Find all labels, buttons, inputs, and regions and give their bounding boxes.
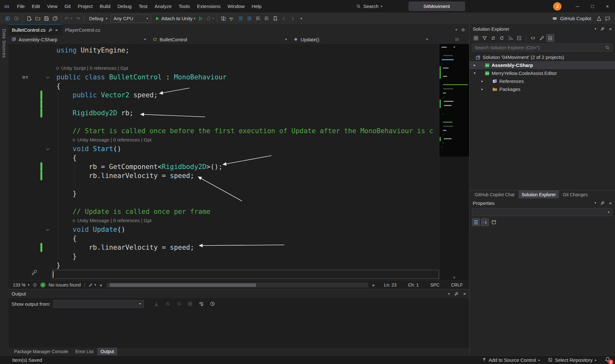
minimize-button[interactable]: ─	[570, 0, 585, 12]
menu-file[interactable]: File	[13, 0, 28, 12]
line-ending-indicator[interactable]: CRLF	[451, 282, 463, 287]
search-box[interactable]: Search ▾	[353, 2, 386, 10]
menu-project[interactable]: Project	[74, 0, 96, 12]
select-repository-button[interactable]: Select Repository ▴	[548, 357, 596, 363]
code-line[interactable]	[8, 180, 439, 189]
menu-tools[interactable]: Tools	[175, 0, 194, 12]
property-pages-button[interactable]	[490, 218, 498, 226]
next-bookmark-button[interactable]	[288, 14, 297, 23]
close-panel-icon[interactable]: ×	[463, 291, 466, 296]
data-sources-tab[interactable]: Data Sources	[2, 29, 7, 58]
menu-debug[interactable]: Debug	[114, 0, 135, 12]
window-position-caret-icon[interactable]: ▾	[448, 292, 450, 295]
alphabetical-view-button[interactable]: A	[481, 218, 489, 226]
fold-chevron-icon[interactable]	[46, 75, 49, 78]
code-line[interactable]	[8, 100, 439, 109]
code-editor[interactable]: using UnityEngine;Unity Script | 0 refer…	[8, 44, 469, 280]
close-panel-icon[interactable]: ×	[609, 26, 612, 32]
add-to-source-control-button[interactable]: Add to Source Control ▴	[482, 357, 540, 363]
solution-search-input[interactable]	[475, 45, 605, 50]
close-button[interactable]: ×	[600, 0, 615, 12]
tab-github-copilot-chat[interactable]: GitHub Copilot Chat	[471, 190, 518, 198]
menu-window[interactable]: Window	[224, 0, 248, 12]
project-dropdown[interactable]: Assembly-CSharp ▾	[8, 35, 149, 44]
timestamp-button[interactable]	[208, 300, 217, 308]
find-message-button[interactable]	[152, 300, 161, 308]
code-line[interactable]: using UnityEngine;	[8, 46, 439, 55]
previous-bookmark-button[interactable]	[280, 14, 288, 23]
navigate-backward-button[interactable]	[3, 14, 12, 23]
solution-name-badge[interactable]: 04Moviment	[409, 2, 465, 11]
horizontal-scrollbar[interactable]	[106, 283, 368, 287]
solution-explorer-header[interactable]: Solution Explorer ▾ ×	[470, 24, 615, 33]
github-copilot-badge[interactable]: GitHub Copilot	[552, 16, 591, 21]
zoom-dropdown[interactable]: 133 % ▾	[13, 282, 29, 287]
maximize-button[interactable]: □	[585, 0, 600, 12]
code-cleanup-button[interactable]: ▾	[88, 283, 96, 287]
menu-test[interactable]: Test	[135, 0, 151, 12]
code-line[interactable]: // Start is called once before the first…	[8, 126, 439, 135]
file-compare-button[interactable]	[219, 14, 228, 23]
code-line[interactable]	[8, 198, 439, 207]
open-file-button[interactable]	[33, 14, 42, 23]
code-line[interactable]: // Update is called once per frame	[8, 207, 439, 216]
code-line[interactable]: Rigidbody2D rb;	[8, 109, 439, 117]
code-line[interactable]: }	[8, 189, 439, 198]
output-content[interactable]	[8, 310, 469, 348]
tree-item-solution[interactable]: Solution '04Moviment' (2 of 2 projects)	[470, 53, 615, 61]
view-code-button[interactable]	[529, 34, 537, 42]
menu-edit[interactable]: Edit	[28, 0, 44, 12]
twisty-collapsed-icon[interactable]: ▸	[480, 87, 485, 91]
sync-with-active-document-button[interactable]	[489, 34, 497, 42]
output-source-dropdown[interactable]: ▾	[53, 300, 144, 308]
search-icon[interactable]	[605, 45, 610, 50]
decrease-indent-button[interactable]	[237, 14, 245, 23]
user-avatar[interactable]: J	[553, 2, 561, 11]
clear-all-button[interactable]	[186, 300, 195, 308]
menu-build[interactable]: Build	[96, 0, 114, 12]
toggle-bookmark-button[interactable]	[271, 14, 280, 23]
code-line[interactable]: rb.linearVelocity = speed;	[8, 171, 439, 180]
member-dropdown[interactable]: Update() ▾	[290, 35, 431, 44]
tree-item-assembly-csharp[interactable]: ▸ C# Assembly-CSharp	[470, 61, 615, 69]
tab-package-manager-console[interactable]: Package Manager Console	[11, 348, 71, 355]
menu-help[interactable]: Help	[248, 0, 265, 12]
menu-analyze[interactable]: Analyze	[151, 0, 175, 12]
close-tab-icon[interactable]: ×	[55, 27, 58, 33]
previous-message-button[interactable]	[163, 300, 172, 308]
output-panel-header[interactable]: Output ▾ ×	[8, 289, 469, 298]
tab-error-list[interactable]: Error List	[72, 348, 97, 355]
code-line[interactable]: public class BulletControl : MonoBehavio…	[8, 73, 439, 82]
minimap-scrollbar[interactable]: ▲ ▼	[439, 44, 469, 280]
line-indicator[interactable]: Ln: 23	[384, 282, 396, 287]
navigate-forward-button[interactable]	[12, 14, 21, 23]
uncomment-selection-button[interactable]	[262, 14, 271, 23]
pin-icon[interactable]	[600, 201, 605, 205]
fold-chevron-icon[interactable]	[46, 227, 49, 231]
menu-view[interactable]: View	[44, 0, 61, 12]
pin-icon[interactable]	[48, 28, 53, 32]
collapse-all-button[interactable]	[515, 34, 523, 42]
solution-configuration-dropdown[interactable]: Debug ▾	[86, 14, 110, 23]
window-position-caret-icon[interactable]: ▾	[594, 27, 596, 30]
pin-icon[interactable]	[600, 27, 605, 31]
properties-header[interactable]: Properties ▾ ×	[470, 198, 615, 207]
code-line[interactable]: Unity Message | 0 references | Gpt	[8, 216, 439, 225]
editor-splitter-grip-icon[interactable]	[454, 36, 460, 42]
notifications-bell-button[interactable]: 2	[605, 357, 611, 363]
toggle-word-wrap-button[interactable]	[197, 300, 206, 308]
quick-actions-icon[interactable]	[31, 269, 37, 277]
preview-selected-items-button[interactable]	[546, 34, 554, 42]
refresh-button[interactable]	[498, 34, 506, 42]
solution-platform-dropdown[interactable]: Any CPU ▾	[110, 14, 151, 23]
code-line[interactable]: rb.linearVelocity = speed;	[8, 243, 439, 252]
code-line[interactable]: {	[8, 82, 439, 91]
tree-item-packages[interactable]: ▸ Packages	[470, 85, 615, 93]
active-files-dropdown-icon[interactable]: ▾	[455, 28, 457, 31]
code-line[interactable]	[8, 117, 439, 126]
pin-icon[interactable]	[454, 292, 459, 296]
spell-check-button[interactable]: abc	[228, 14, 237, 23]
scroll-down-icon[interactable]: ▼	[439, 276, 469, 279]
menu-extensions[interactable]: Extensions	[194, 0, 224, 12]
undo-button[interactable]: ▾	[63, 14, 73, 23]
